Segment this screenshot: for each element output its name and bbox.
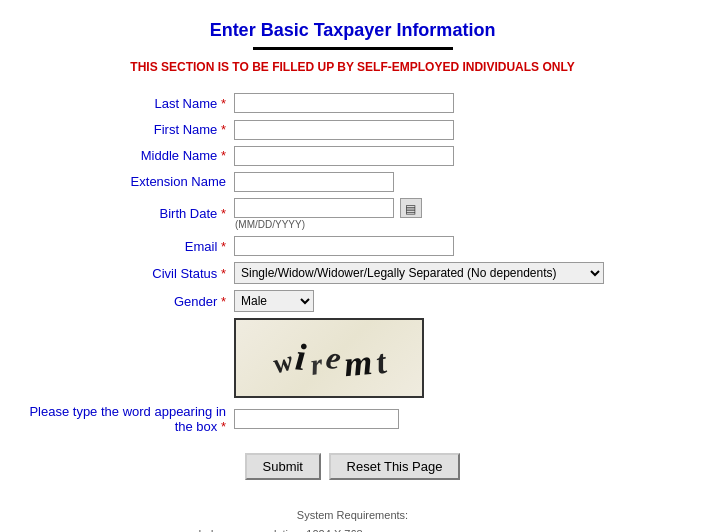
cell-captcha-image: w i r e m t [230, 315, 695, 401]
label-captcha: Please type the word appearing in the bo… [10, 401, 230, 437]
lastname-input[interactable] [234, 93, 454, 113]
required-star-middlename: * [221, 148, 226, 163]
sysreq-title: System Requirements: [10, 506, 695, 525]
label-email: Email * [10, 233, 230, 259]
middlename-input[interactable] [234, 146, 454, 166]
sysreq-list: recommended screen resolution: 1024 X 76… [123, 525, 582, 532]
required-star-email: * [221, 239, 226, 254]
row-captcha-input: Please type the word appearing in the bo… [10, 401, 695, 437]
section-notice: THIS SECTION IS TO BE FILLED UP BY SELF-… [10, 60, 695, 74]
cell-middlename [230, 143, 695, 169]
required-star-lastname: * [221, 96, 226, 111]
calendar-icon: ▤ [405, 202, 416, 216]
civilstatus-select[interactable]: Single/Widow/Widower/Legally Separated (… [234, 262, 604, 284]
label-lastname: Last Name * [10, 90, 230, 117]
row-civilstatus: Civil Status * Single/Widow/Widower/Lega… [10, 259, 695, 287]
required-star-gender: * [221, 294, 226, 309]
sysreq-item-resolution: recommended screen resolution: 1024 X 76… [143, 525, 582, 532]
label-gender: Gender * [10, 287, 230, 315]
label-extensionname: Extension Name [10, 169, 230, 195]
row-firstname: First Name * [10, 117, 695, 143]
reset-button[interactable]: Reset This Page [329, 453, 461, 480]
form-table: Last Name * 📅 First Name * [10, 90, 695, 437]
captcha-image-label-cell [10, 315, 230, 401]
row-lastname: Last Name * 📅 [10, 90, 695, 117]
label-civilstatus: Civil Status * [10, 259, 230, 287]
label-middlename: Middle Name * [10, 143, 230, 169]
cell-captcha-input [230, 401, 695, 437]
captcha-image: w i r e m t [236, 320, 424, 398]
birthdate-input[interactable] [234, 198, 394, 218]
captcha-letter-5: m [342, 341, 378, 386]
row-email: Email * [10, 233, 695, 259]
row-middlename: Middle Name * [10, 143, 695, 169]
required-star-birthdate: * [221, 206, 226, 221]
date-format-hint: (MM/DD/YYYY) [235, 219, 691, 230]
captcha-input[interactable] [234, 409, 399, 429]
cell-birthdate: ▤ (MM/DD/YYYY) [230, 195, 695, 234]
required-star-firstname: * [221, 122, 226, 137]
page-container: Enter Basic Taxpayer Information THIS SE… [0, 0, 705, 532]
cell-gender: Male Female [230, 287, 695, 315]
taxpayer-form: Last Name * 📅 First Name * [10, 90, 695, 496]
row-captcha-image: w i r e m t [10, 315, 695, 401]
cell-civilstatus: Single/Widow/Widower/Legally Separated (… [230, 259, 695, 287]
system-requirements: System Requirements: recommended screen … [10, 506, 695, 532]
row-extensionname: Extension Name [10, 169, 695, 195]
cell-email [230, 233, 695, 259]
title-divider [253, 47, 453, 50]
calendar-button[interactable]: ▤ [400, 198, 422, 218]
email-input[interactable] [234, 236, 454, 256]
extensionname-input[interactable] [234, 172, 394, 192]
label-firstname: First Name * [10, 117, 230, 143]
gender-select[interactable]: Male Female [234, 290, 314, 312]
button-row: Submit Reset This Page [10, 437, 695, 496]
submit-button[interactable]: Submit [245, 453, 321, 480]
firstname-input[interactable] [234, 120, 454, 140]
cell-firstname [230, 117, 695, 143]
page-title: Enter Basic Taxpayer Information [10, 20, 695, 41]
captcha-container: w i r e m t [234, 318, 424, 398]
row-gender: Gender * Male Female [10, 287, 695, 315]
row-birthdate: Birth Date * ▤ (MM/DD/YYYY) [10, 195, 695, 234]
required-star-civilstatus: * [221, 266, 226, 281]
label-birthdate: Birth Date * [10, 195, 230, 234]
required-star-captcha: * [221, 419, 226, 434]
cell-extensionname [230, 169, 695, 195]
cell-lastname: 📅 [230, 90, 695, 117]
